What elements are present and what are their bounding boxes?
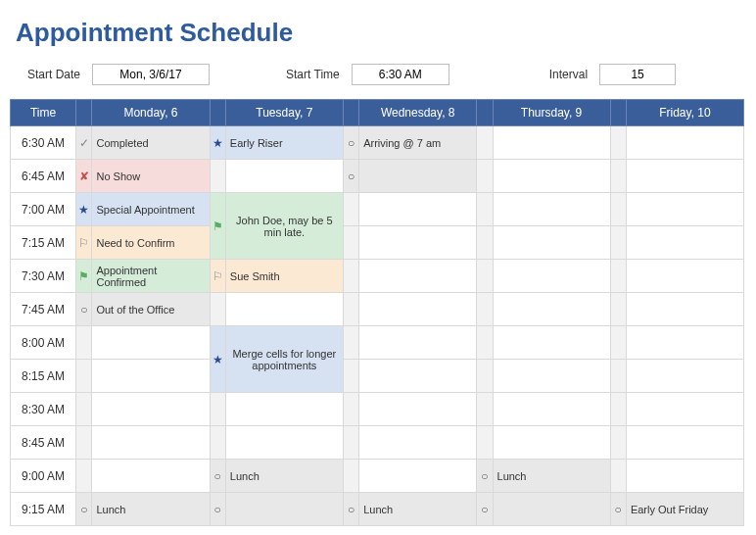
icon-cell[interactable] [76,360,92,393]
appointment-cell[interactable] [493,360,610,393]
appointment-cell[interactable] [225,493,343,526]
icon-cell[interactable] [76,460,92,493]
appointment-cell[interactable]: Completed [92,126,210,160]
icon-cell[interactable] [76,393,92,426]
appointment-cell[interactable]: Lunch [359,493,477,526]
icon-cell[interactable]: ○ [210,460,225,493]
appointment-cell[interactable] [493,426,610,460]
appointment-cell[interactable] [626,126,743,160]
icon-cell[interactable] [610,293,626,326]
icon-cell[interactable] [343,393,358,426]
icon-cell[interactable] [477,126,493,160]
appointment-cell[interactable] [493,126,610,160]
icon-cell[interactable] [343,326,358,360]
icon-cell[interactable]: ★ [76,193,92,226]
appointment-cell[interactable] [359,160,477,193]
icon-cell[interactable]: ○ [343,160,358,193]
appointment-cell[interactable] [225,160,343,193]
appointment-cell[interactable]: Merge cells for longer appointments [225,326,343,393]
appointment-cell[interactable]: Appointment Confirmed [92,260,210,293]
appointment-cell[interactable] [493,193,610,226]
icon-cell[interactable] [610,426,626,460]
appointment-cell[interactable] [359,460,477,493]
icon-cell[interactable]: ★ [210,126,225,160]
icon-cell[interactable] [610,460,626,493]
appointment-cell[interactable] [626,460,743,493]
icon-cell[interactable] [477,160,493,193]
appointment-cell[interactable] [359,393,477,426]
icon-cell[interactable]: ⚐ [210,260,225,293]
icon-cell[interactable] [76,326,92,360]
icon-cell[interactable]: ○ [477,493,493,526]
appointment-cell[interactable] [626,193,743,226]
icon-cell[interactable] [610,160,626,193]
appointment-cell[interactable] [493,493,610,526]
appointment-cell[interactable]: No Show [92,160,210,193]
appointment-cell[interactable] [359,260,477,293]
icon-cell[interactable]: ⚑ [76,260,92,293]
appointment-cell[interactable] [626,326,743,360]
appointment-cell[interactable] [225,293,343,326]
icon-cell[interactable]: ○ [210,493,225,526]
icon-cell[interactable] [477,193,493,226]
appointment-cell[interactable] [626,426,743,460]
appointment-cell[interactable]: Arriving @ 7 am [359,126,477,160]
appointment-cell[interactable] [225,393,343,426]
icon-cell[interactable] [477,326,493,360]
icon-cell[interactable] [477,293,493,326]
icon-cell[interactable] [343,360,358,393]
icon-cell[interactable] [343,426,358,460]
appointment-cell[interactable] [626,260,743,293]
icon-cell[interactable] [610,226,626,260]
icon-cell[interactable] [610,260,626,293]
icon-cell[interactable] [477,260,493,293]
appointment-cell[interactable] [359,326,477,360]
appointment-cell[interactable]: Out of the Office [92,293,210,326]
appointment-cell[interactable] [225,426,343,460]
start-time-input[interactable] [352,64,449,85]
appointment-cell[interactable] [359,193,477,226]
appointment-cell[interactable] [92,326,210,360]
icon-cell[interactable] [477,360,493,393]
appointment-cell[interactable]: John Doe, may be 5 min late. [225,193,343,260]
appointment-cell[interactable] [92,460,210,493]
appointment-cell[interactable] [626,226,743,260]
icon-cell[interactable] [76,426,92,460]
icon-cell[interactable] [210,393,225,426]
appointment-cell[interactable]: Special Appointment [92,193,210,226]
icon-cell[interactable] [477,226,493,260]
icon-cell[interactable] [610,193,626,226]
appointment-cell[interactable] [493,260,610,293]
appointment-cell[interactable] [626,360,743,393]
icon-cell[interactable]: ○ [477,460,493,493]
appointment-cell[interactable]: Sue Smith [225,260,343,293]
appointment-cell[interactable] [92,360,210,393]
appointment-cell[interactable] [493,393,610,426]
icon-cell[interactable] [343,293,358,326]
appointment-cell[interactable]: Lunch [225,460,343,493]
icon-cell[interactable]: ○ [76,293,92,326]
appointment-cell[interactable] [92,393,210,426]
start-date-input[interactable] [92,64,210,85]
appointment-cell[interactable]: Early Out Friday [626,493,743,526]
appointment-cell[interactable]: Lunch [92,493,210,526]
icon-cell[interactable] [610,360,626,393]
icon-cell[interactable] [343,226,358,260]
icon-cell[interactable]: ○ [76,493,92,526]
icon-cell[interactable] [610,126,626,160]
icon-cell[interactable] [210,426,225,460]
appointment-cell[interactable] [359,293,477,326]
icon-cell[interactable]: ○ [610,493,626,526]
appointment-cell[interactable] [626,393,743,426]
icon-cell[interactable] [343,260,358,293]
icon-cell[interactable] [477,426,493,460]
icon-cell[interactable]: ○ [343,126,358,160]
icon-cell[interactable]: ⚑ [210,193,225,260]
appointment-cell[interactable]: Early Riser [225,126,343,160]
appointment-cell[interactable] [493,160,610,193]
icon-cell[interactable]: ✓ [76,126,92,160]
icon-cell[interactable]: ✘ [76,160,92,193]
icon-cell[interactable]: ★ [210,326,225,393]
icon-cell[interactable] [343,193,358,226]
icon-cell[interactable] [610,393,626,426]
